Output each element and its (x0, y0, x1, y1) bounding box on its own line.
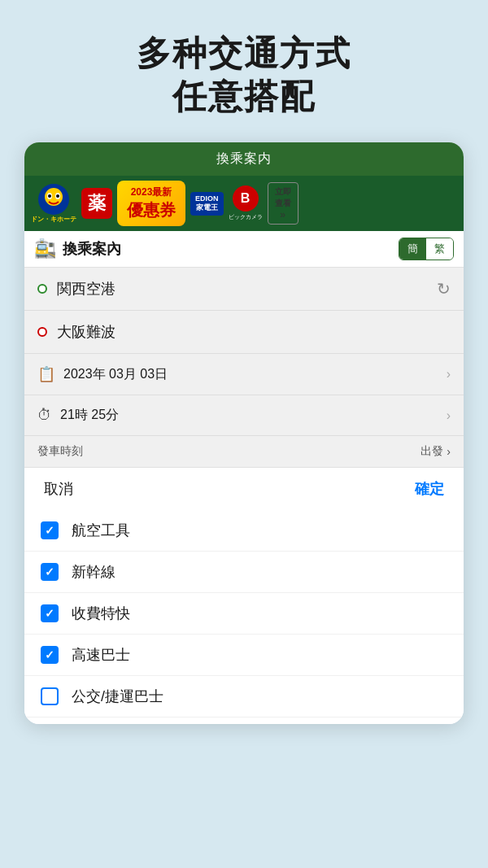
date-icon: 📋 (37, 365, 55, 383)
depart-right: 出發 › (420, 444, 451, 459)
ad-coupon-box: 2023最新 優惠券 (117, 181, 185, 226)
transport-item[interactable]: 公交/捷運巴士 (24, 676, 464, 718)
nav-bar-left: 🚉 換乘案內 (34, 238, 121, 260)
ad-don-quijote: ドン・キホーテ (31, 184, 76, 224)
transport-checkbox[interactable] (41, 604, 59, 622)
date-text: 2023年 03月 03日 (63, 366, 447, 383)
card-header: 換乘案内 (24, 142, 464, 176)
transport-checkbox[interactable] (41, 521, 59, 539)
transport-item[interactable]: 航空工具 (24, 510, 464, 552)
ad-edion: EDION 家電王 (190, 192, 224, 216)
edion-label: EDION (195, 194, 219, 203)
date-row[interactable]: 📋 2023年 03月 03日 › (24, 353, 464, 395)
app-card: 換乘案内 ドン・キホーテ 薬 2023最新 (24, 142, 464, 724)
ad-banner[interactable]: ドン・キホーテ 薬 2023最新 優惠券 EDION 家電王 B ビックカメラ … (24, 176, 464, 231)
bicamera-label: ビックカメラ (229, 213, 263, 221)
from-text: 関西空港 (57, 279, 115, 299)
to-field[interactable]: 大阪難波 (24, 310, 464, 353)
date-arrow: › (447, 367, 451, 382)
lang-simple-btn[interactable]: 簡 (399, 238, 426, 260)
svg-point-4 (48, 194, 51, 198)
depart-value: 出發 (420, 444, 443, 459)
transport-list: 航空工具新幹線收費特快高速巴士公交/捷運巴士 (24, 510, 464, 724)
lang-trad-btn[interactable]: 繁 (426, 238, 453, 260)
cancel-button[interactable]: 取消 (44, 479, 73, 499)
time-text: 21時 25分 (60, 407, 447, 424)
time-arrow: › (447, 408, 451, 423)
transport-item[interactable]: 收費特快 (24, 593, 464, 635)
time-row[interactable]: ⏱ 21時 25分 › (24, 395, 464, 435)
ad-yakumart: 薬 (81, 188, 112, 219)
confirm-button[interactable]: 確定 (415, 479, 444, 499)
depart-arrow: › (447, 445, 451, 458)
ad-bicamera: B ビックカメラ (229, 185, 263, 221)
transport-label: 高速巴士 (72, 645, 130, 665)
ad-see-now[interactable]: 立即 查看 » (268, 182, 298, 225)
transport-item[interactable]: 新幹線 (24, 552, 464, 593)
see-now-label2: 查看 (275, 198, 291, 209)
lang-switcher[interactable]: 簡 繁 (399, 238, 454, 260)
depart-label: 發車時刻 (37, 444, 83, 459)
transport-checkbox[interactable] (41, 687, 59, 705)
to-dot (37, 327, 47, 337)
hero-title-line2: 任意搭配 (137, 76, 351, 119)
svg-point-5 (56, 194, 59, 198)
refresh-icon[interactable]: ↻ (437, 279, 451, 299)
hero-section: 多种交通方式 任意搭配 (137, 33, 351, 118)
see-now-arrow: » (280, 209, 285, 220)
see-now-label: 立即 (275, 186, 291, 198)
transport-checkbox[interactable] (41, 646, 59, 664)
time-icon: ⏱ (37, 407, 52, 424)
ad-banner-inner: ドン・キホーテ 薬 2023最新 優惠券 EDION 家電王 B ビックカメラ … (31, 181, 457, 226)
hero-title-line1: 多种交通方式 (137, 33, 351, 76)
transport-checkbox[interactable] (41, 563, 59, 581)
route-section: 関西空港 ↻ 大阪難波 📋 2023年 03月 03日 › ⏱ 21時 25分 … (24, 268, 464, 467)
from-dot (37, 284, 47, 294)
nav-bar: 🚉 換乘案內 簡 繁 (24, 231, 464, 268)
transport-label: 公交/捷運巴士 (72, 687, 163, 706)
bic-logo: B (233, 185, 259, 212)
ad-coupon-year: 2023最新 (131, 185, 172, 199)
ad-coupon-text: 優惠券 (127, 199, 176, 221)
to-text: 大阪難波 (57, 322, 115, 342)
train-icon: 🚉 (34, 238, 56, 260)
transport-label: 航空工具 (72, 521, 130, 540)
transport-label: 收費特快 (72, 604, 130, 623)
depart-row[interactable]: 發車時刻 出發 › (24, 435, 464, 467)
from-field[interactable]: 関西空港 ↻ (24, 268, 464, 310)
nav-title: 換乘案內 (63, 239, 121, 259)
action-row: 取消 確定 (24, 467, 464, 510)
transport-item[interactable]: 高速巴士 (24, 635, 464, 676)
card-header-title: 換乘案内 (216, 151, 272, 165)
don-brand: ドン・キホーテ (31, 215, 76, 224)
transport-label: 新幹線 (72, 562, 115, 582)
edion-sub: 家電王 (196, 203, 218, 213)
